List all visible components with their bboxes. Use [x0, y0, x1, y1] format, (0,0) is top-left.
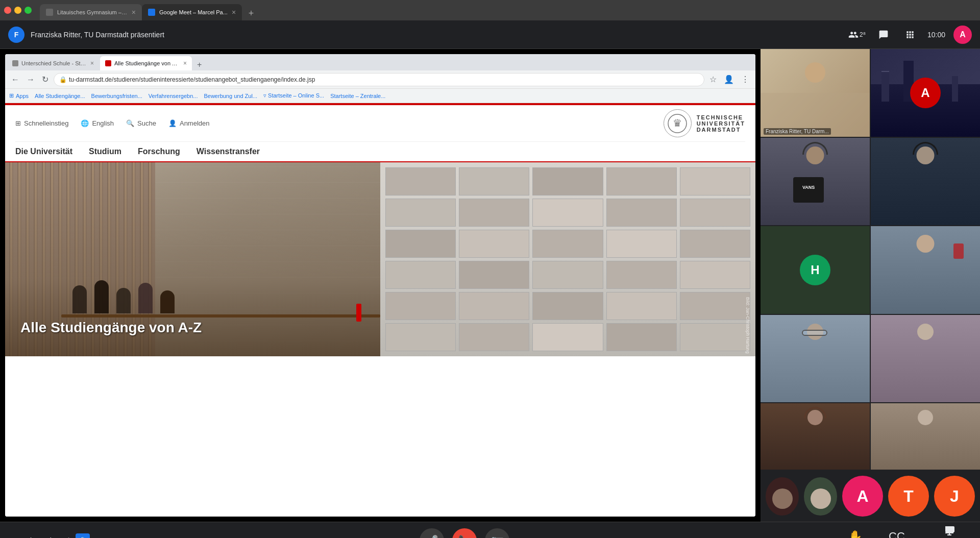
close-window-button[interactable]: [4, 7, 11, 14]
p2-shirt: VANS: [793, 177, 824, 203]
tab-1[interactable]: Litauisches Gymnasium – Keber... ×: [40, 4, 142, 20]
presenter-video: [761, 49, 870, 137]
inner-tab-1-close[interactable]: ×: [90, 60, 94, 67]
window: [532, 261, 603, 289]
inner-tab-2[interactable]: Alle Studiengänge von A-Z – Te... ×: [100, 56, 192, 70]
inner-forward-button[interactable]: →: [24, 74, 37, 85]
inner-more-button[interactable]: ⋮: [739, 74, 751, 85]
shield-security-icon[interactable]: 🔒: [76, 533, 90, 539]
vans-text: VANS: [793, 185, 824, 190]
chrome-titlebar: Litauisches Gymnasium – Keber... × Googl…: [0, 0, 980, 20]
bookmark-startseite-online[interactable]: ▿ Startseite – Online S...: [263, 92, 324, 99]
meet-top-controls: 2⁸ 10:00 A: [848, 26, 972, 44]
chevron-up-icon[interactable]: ^: [67, 536, 70, 539]
person-4: [138, 283, 153, 313]
bookmark-bewerbung[interactable]: Bewerbung und Zul...: [204, 93, 257, 99]
participant-small-2: [804, 477, 837, 516]
new-tab-button[interactable]: +: [244, 6, 258, 20]
tu-nav-main: Die Universität Studium Forschung Wissen…: [15, 142, 745, 161]
nav-forschung-link[interactable]: Forschung: [138, 147, 180, 156]
anmelden-icon: 👤: [168, 119, 177, 127]
bookmark-bewerbungsfristen[interactable]: Bewerbungsfristen...: [91, 93, 142, 99]
tab-2-close-icon[interactable]: ×: [232, 8, 236, 16]
inner-browser-tabs: Unterschied Schule - Studium | 2... × Al…: [5, 54, 755, 70]
inner-back-button[interactable]: ←: [9, 74, 21, 85]
inner-new-tab-button[interactable]: +: [195, 59, 204, 70]
minimize-window-button[interactable]: [14, 7, 21, 14]
meet-bottom-bar: Marcel Ruschau ^ 🔒 🎤 📞 📷 ✋ Melden CC: [0, 522, 980, 538]
small-face-2: [811, 488, 831, 509]
small-face-1: [772, 488, 793, 509]
suche-icon: 🔍: [126, 119, 134, 127]
window: [680, 261, 750, 289]
bookmark-studiengaenge[interactable]: Alle Studiengänge...: [35, 93, 85, 99]
present-button[interactable]: Franziska Ritter, TU Darmstadt präsentie…: [929, 522, 970, 538]
window: [680, 323, 750, 351]
window: [680, 292, 750, 320]
window: [532, 292, 603, 320]
tab-1-close-icon[interactable]: ×: [132, 8, 136, 16]
tu-name-line3: DARMSTADT: [697, 127, 745, 133]
schnelleinstieg-link[interactable]: ⊞ Schnelleinstieg: [15, 119, 68, 127]
window: [532, 199, 603, 227]
window: [532, 230, 603, 258]
participant-p2: VANS: [761, 138, 870, 226]
inner-tab-2-close[interactable]: ×: [183, 60, 187, 67]
chat-button[interactable]: [874, 26, 893, 44]
inner-profile-button[interactable]: 👤: [722, 74, 736, 85]
bookmark-verfahren[interactable]: Verfahrensergebn...: [149, 93, 198, 99]
inner-tab-2-text: Alle Studiengänge von A-Z – Te...: [114, 60, 180, 66]
window: [385, 261, 456, 289]
window: [606, 199, 677, 227]
suche-label: Suche: [137, 119, 156, 127]
tu-logo-text: TECHNISCHE UNIVERSITÄT DARMSTADT: [697, 114, 745, 133]
schnelleinstieg-label: Schnelleinstieg: [24, 119, 68, 127]
participant-p3: [871, 138, 980, 226]
red-lamp: [953, 243, 964, 259]
raise-hand-icon: ✋: [846, 527, 865, 539]
window: [385, 199, 456, 227]
bottom-avatars-row: A T J: [761, 471, 980, 522]
p8-video: [871, 315, 980, 403]
bottom-user-name: Marcel Ruschau: [10, 536, 62, 539]
meet-profile-avatar[interactable]: A: [953, 26, 972, 44]
inner-tab-1[interactable]: Unterschied Schule - Studium | 2... ×: [7, 56, 99, 70]
bookmark-apps[interactable]: ⊞ Apps: [9, 92, 29, 99]
people-group: [72, 280, 175, 313]
participant-p9: [761, 403, 870, 470]
bookmark-startseite-zentrale[interactable]: Startseite – Zentrale...: [330, 93, 385, 99]
anmelden-link[interactable]: 👤 Anmelden: [168, 119, 210, 127]
raise-hand-button[interactable]: ✋ Melden: [846, 527, 865, 539]
tu-name-line1: TECHNISCHE: [697, 114, 745, 120]
bookmark-6-text: Startseite – Zentrale...: [330, 93, 385, 99]
people-count-button[interactable]: 2⁸: [848, 26, 866, 44]
captions-button[interactable]: CC Untertitel aktivieren: [873, 527, 921, 539]
inner-browser-toolbar: ← → ↻ 🔒 tu-darmstadt.de/studieren/studie…: [5, 70, 755, 89]
suche-link[interactable]: 🔍 Suche: [126, 119, 156, 127]
camera-button[interactable]: 📷: [485, 528, 509, 539]
bookmark-2-text: Bewerbungsfristen...: [91, 93, 142, 99]
inner-reload-button[interactable]: ↻: [40, 74, 51, 85]
english-link[interactable]: 🌐 English: [81, 119, 114, 127]
inner-bookmark-button[interactable]: ☆: [707, 74, 719, 85]
inner-address-bar[interactable]: 🔒 tu-darmstadt.de/studieren/studieninter…: [54, 73, 704, 86]
maximize-window-button[interactable]: [24, 7, 32, 14]
library-table: [61, 314, 380, 317]
p3-headphones: [913, 142, 938, 155]
window: [606, 323, 677, 351]
presenter-avatar: F: [8, 27, 24, 43]
more-options-button[interactable]: [901, 26, 919, 44]
window: [680, 230, 750, 258]
avatar-h-circle: H: [800, 255, 830, 285]
fire-extinguisher: [356, 304, 361, 322]
nav-studium-link[interactable]: Studium: [89, 147, 121, 156]
present-icon: [940, 522, 959, 538]
hero-right: [380, 162, 755, 356]
main-area: Unterschied Schule - Studium | 2... × Al…: [0, 49, 980, 522]
end-call-button[interactable]: 📞: [452, 528, 477, 539]
nav-university-link[interactable]: Die Universität: [15, 147, 72, 156]
inner-tab-1-text: Unterschied Schule - Studium | 2...: [21, 60, 87, 66]
nav-wissenstransfer-link[interactable]: Wissenstransfer: [197, 147, 260, 156]
tab-2[interactable]: Google Meet – Marcel Pa... ×: [142, 4, 242, 20]
microphone-button[interactable]: 🎤: [420, 528, 444, 539]
